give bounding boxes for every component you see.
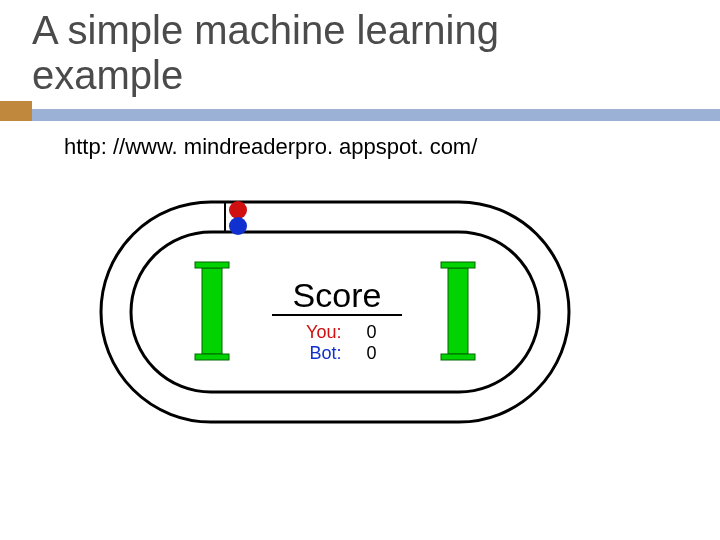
slide-title: A simple machine learning example [32,8,499,98]
svg-rect-0 [202,268,222,354]
slide: A simple machine learning example http: … [0,0,720,540]
pillar-right [441,262,475,360]
score-row-bot: Bot: 0 [272,343,402,364]
marker-bot [229,217,247,235]
svg-rect-5 [441,354,475,360]
title-underline-bar [0,109,720,121]
slide-title-line2: example [32,53,183,97]
title-accent-chip [0,101,32,121]
score-panel: Score You: 0 Bot: 0 [272,278,402,364]
score-bot-label: Bot: [297,343,341,364]
score-heading: Score [272,278,402,312]
svg-rect-3 [448,268,468,354]
svg-rect-4 [441,262,475,268]
score-bot-value: 0 [347,343,377,364]
score-you-value: 0 [347,322,377,343]
score-divider [272,314,402,316]
pillar-left [195,262,229,360]
url-text: http: //www. mindreaderpro. appspot. com… [64,134,477,160]
slide-title-line1: A simple machine learning [32,8,499,52]
svg-rect-2 [195,354,229,360]
svg-rect-1 [195,262,229,268]
score-you-label: You: [297,322,341,343]
score-row-you: You: 0 [272,322,402,343]
marker-you [229,201,247,219]
